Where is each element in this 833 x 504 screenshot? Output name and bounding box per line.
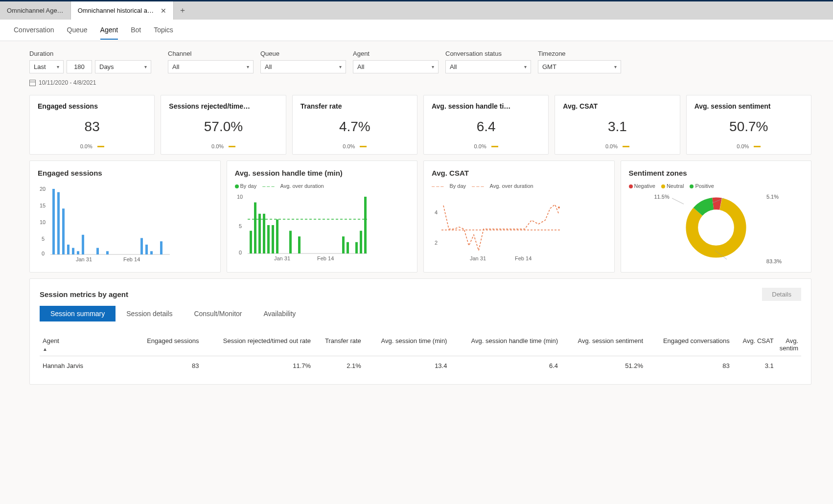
chevron-down-icon: ▾ (144, 64, 147, 69)
agent-select[interactable]: All ▾ (353, 60, 439, 73)
svg-rect-7 (57, 192, 60, 254)
svg-rect-32 (276, 219, 278, 253)
svg-point-45 (558, 206, 560, 208)
timezone-select[interactable]: GMT ▾ (538, 60, 621, 73)
svg-rect-34 (298, 236, 301, 253)
select-value: Days (99, 63, 114, 70)
col-session-time[interactable]: Avg. session time (min) (364, 333, 450, 356)
tab-session-details[interactable]: Session details (116, 306, 183, 321)
chevron-down-icon: ▾ (57, 64, 59, 69)
cell-value: 6.4 (450, 356, 561, 376)
svg-text:5: 5 (42, 236, 45, 242)
svg-rect-13 (96, 248, 99, 254)
close-icon[interactable]: ✕ (161, 7, 166, 15)
kpi-delta: 0.0% (474, 143, 486, 149)
duration-unit-select[interactable]: Days ▾ (95, 60, 151, 73)
legend-dot-icon (629, 184, 633, 188)
tab-agent[interactable]: Agent (100, 21, 118, 40)
kpi-delta: 0.0% (343, 143, 355, 149)
chart-title: Engaged sessions (38, 169, 212, 177)
tab-conversation[interactable]: Conversation (14, 21, 54, 40)
metrics-inner-tabs: Session summary Session details Consult/… (40, 306, 801, 321)
add-tab-button[interactable]: ＋ (174, 1, 191, 20)
cell-value (777, 356, 801, 376)
trend-flat-icon (229, 146, 235, 147)
chart-legend: – – –By day – – –Avg. over duration (432, 183, 606, 189)
tab-queue[interactable]: Queue (67, 21, 88, 40)
tab-availability[interactable]: Availability (253, 306, 306, 321)
queue-select[interactable]: All ▾ (260, 60, 346, 73)
tab-consult-monitor[interactable]: Consult/Monitor (183, 306, 253, 321)
kpi-value: 83 (38, 119, 146, 135)
select-value: All (265, 63, 272, 70)
cell-value: 83 (133, 356, 202, 376)
tab-session-summary[interactable]: Session summary (40, 306, 116, 321)
col-transfer[interactable]: Transfer rate (314, 333, 364, 356)
kpi-csat[interactable]: Avg. CSAT 3.1 0.0% (555, 95, 680, 155)
kpi-delta: 0.0% (211, 143, 224, 149)
col-conversations[interactable]: Engaged conversations (646, 333, 733, 356)
svg-rect-8 (62, 208, 65, 254)
kpi-sentiment[interactable]: Avg. session sentiment 50.7% 0.0% (686, 95, 811, 155)
kpi-title: Sessions rejected/time… (169, 102, 278, 110)
svg-rect-30 (267, 225, 270, 253)
tab-topics[interactable]: Topics (154, 21, 173, 40)
kpi-delta: 0.0% (737, 143, 749, 149)
chart-sentiment-zones[interactable]: Sentiment zones Negative Neutral Positiv… (621, 160, 812, 273)
trend-flat-icon (754, 146, 761, 147)
tab-omnichannel-historical[interactable]: Omnichannel historical an… ✕ (71, 1, 174, 20)
col-agent[interactable]: Agent▲ (40, 333, 133, 356)
svg-text:15: 15 (40, 203, 46, 208)
col-engaged[interactable]: Engaged sessions (133, 333, 202, 356)
chevron-down-icon: ▾ (614, 64, 617, 69)
select-value: GMT (542, 63, 556, 70)
section-title: Session metrics by agent (40, 290, 128, 298)
report-content: Duration Last ▾ 180 Days ▾ (0, 41, 833, 504)
chevron-down-icon: ▾ (247, 64, 249, 69)
input-value: 180 (74, 63, 85, 70)
svg-rect-11 (77, 251, 79, 254)
kpi-value: 50.7% (694, 119, 803, 135)
trend-flat-icon (97, 146, 104, 147)
sort-asc-icon: ▲ (43, 346, 130, 352)
tab-bot[interactable]: Bot (131, 21, 141, 40)
legend-dot-icon (690, 184, 694, 188)
tab-omnichannel-agent[interactable]: Omnichannel Age… (0, 1, 71, 20)
svg-text:Jan 31: Jan 31 (470, 255, 486, 261)
legend-dot-icon (661, 184, 665, 188)
kpi-rejected-rate[interactable]: Sessions rejected/time… 57.0% 0.0% (161, 95, 286, 155)
chart-handle-time[interactable]: Avg. session handle time (min) By day – … (227, 160, 418, 273)
session-metrics-card: Session metrics by agent Details Session… (29, 278, 811, 385)
kpi-title: Avg. session sentiment (694, 102, 803, 110)
svg-rect-35 (342, 236, 345, 253)
chevron-down-icon: ▾ (524, 64, 527, 69)
select-value: All (172, 63, 179, 70)
chart-title: Avg. CSAT (432, 169, 606, 177)
kpi-row: Engaged sessions 83 0.0% Sessions reject… (29, 95, 811, 155)
filters-row: Duration Last ▾ 180 Days ▾ (29, 50, 811, 86)
kpi-handle-time[interactable]: Avg. session handle ti… 6.4 0.0% (423, 95, 549, 155)
col-csat[interactable]: Avg. CSAT (733, 333, 777, 356)
chart-csat[interactable]: Avg. CSAT – – –By day – – –Avg. over dur… (423, 160, 615, 273)
status-select[interactable]: All ▾ (445, 60, 531, 73)
svg-rect-16 (145, 245, 148, 254)
svg-rect-33 (289, 231, 292, 253)
chart-engaged-sessions[interactable]: Engaged sessions 20 15 10 5 0 Jan 31 Feb… (29, 160, 221, 273)
duration-mode-select[interactable]: Last ▾ (29, 60, 64, 73)
col-sentiment-cut[interactable]: Avg. sentim (777, 333, 801, 356)
details-button[interactable]: Details (762, 288, 801, 301)
kpi-engaged-sessions[interactable]: Engaged sessions 83 0.0% (29, 95, 155, 155)
col-sentiment[interactable]: Avg. session sentiment (561, 333, 646, 356)
duration-value-input[interactable]: 180 (67, 60, 92, 73)
svg-rect-14 (106, 251, 109, 254)
tab-label: Omnichannel Age… (7, 7, 64, 14)
table-row[interactable]: Hannah Jarvis 83 11.7% 2.1% 13.4 6.4 51.… (40, 356, 801, 376)
col-handle-time[interactable]: Avg. session handle time (min) (450, 333, 561, 356)
svg-text:Feb 14: Feb 14 (123, 256, 140, 262)
cell-value: 13.4 (364, 356, 450, 376)
chart-legend: Negative Neutral Positive (629, 183, 804, 189)
donut-label-neutral: 83.3% (766, 258, 782, 264)
col-rejected[interactable]: Session rejected/timed out rate (202, 333, 314, 356)
kpi-transfer-rate[interactable]: Transfer rate 4.7% 0.0% (292, 95, 417, 155)
channel-select[interactable]: All ▾ (168, 60, 254, 73)
